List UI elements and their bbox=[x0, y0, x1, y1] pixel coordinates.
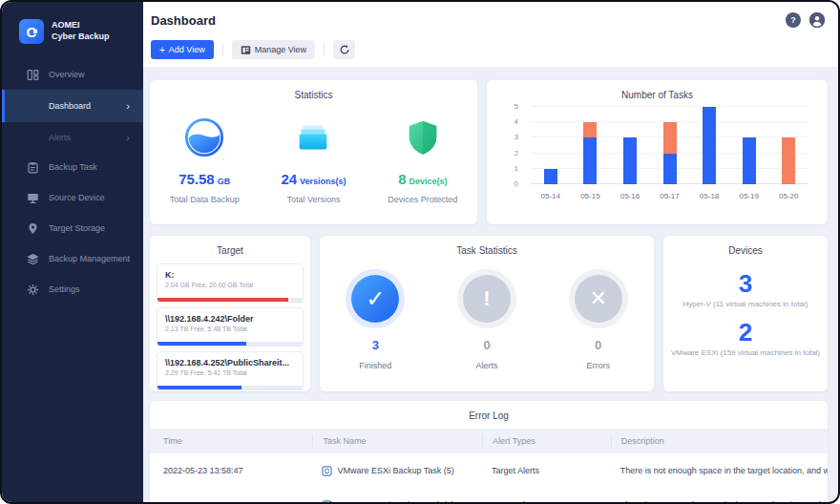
sidebar-item-settings[interactable]: Settings bbox=[2, 274, 143, 304]
divider bbox=[222, 43, 223, 56]
sidebar-item-source-device[interactable]: Source Device bbox=[2, 182, 143, 213]
chevron-right-icon: › bbox=[126, 132, 130, 143]
target-detail: 2.13 TB Free, 5.48 TB Total bbox=[158, 324, 303, 332]
target-progress-fill bbox=[158, 298, 288, 302]
check-icon: ✓ bbox=[351, 275, 399, 323]
sidebar: C AOMEI Cyber Backup Overview Dashboard … bbox=[2, 2, 143, 502]
taskstat-finished: ✓ 3 Finished bbox=[320, 275, 431, 370]
sidebar-item-backup-task[interactable]: Backup Task bbox=[2, 152, 143, 182]
tasks-chart-xlabels: 05-1405-1505-1605-1705-1805-1905-20 bbox=[531, 192, 808, 203]
add-view-button[interactable]: + Add View bbox=[151, 40, 214, 59]
taskstat-label: Finished bbox=[359, 361, 391, 370]
stat-total-data: 75.58GB Total Data Backup bbox=[150, 117, 259, 204]
task-name-text: VMware ESXi Backup Task (5) bbox=[337, 466, 453, 475]
toolbar: + Add View Manage View bbox=[151, 40, 355, 59]
sidebar-item-target-storage[interactable]: Target Storage bbox=[2, 213, 143, 243]
cell-time: 2022-05-20 13:56:01 bbox=[150, 500, 312, 504]
tasks-chart-yaxis: 012345 bbox=[487, 107, 525, 184]
vm-task-icon bbox=[322, 500, 332, 504]
stat-devices-protected: 8Device(s) Devices Protected bbox=[368, 117, 477, 204]
brand-line2: Cyber Backup bbox=[52, 32, 110, 43]
error-log-header: Time Task Name Alert Types Description bbox=[150, 429, 828, 453]
taskstat-errors: ✕ 0 Errors bbox=[542, 275, 654, 370]
cell-description: There is not enough space in the target … bbox=[611, 466, 828, 475]
target-item[interactable]: \\192.168.4.242\Folder 2.13 TB Free, 5.4… bbox=[157, 307, 304, 346]
stat-label: Total Data Backup bbox=[170, 195, 240, 204]
device-label: VMware ESXi (159 virtual machines in tot… bbox=[663, 348, 828, 357]
sidebar-item-overview[interactable]: Overview bbox=[2, 59, 143, 90]
divider bbox=[324, 43, 325, 56]
monitor-icon bbox=[26, 191, 39, 204]
user-profile-icon[interactable] bbox=[809, 12, 825, 28]
refresh-icon bbox=[339, 44, 350, 55]
stat-label: Total Versions bbox=[286, 195, 340, 204]
card-title: Error Log bbox=[150, 401, 828, 421]
sidebar-menu: Overview Dashboard › Alerts › Backup Tas… bbox=[2, 59, 143, 304]
devices-card: Devices 3 Hyper-V (11 virtual machines i… bbox=[663, 236, 828, 391]
task-name-text: VMware ESXi Backup Task (5) bbox=[337, 500, 453, 504]
sidebar-item-label: Source Device bbox=[49, 193, 105, 202]
taskstat-value: 3 bbox=[372, 338, 379, 352]
tasks-chart-bars bbox=[531, 107, 808, 184]
target-progress-track bbox=[158, 342, 303, 346]
device-hyperv: 3 Hyper-V (11 virtual machines in total) bbox=[663, 269, 828, 308]
target-progress-track bbox=[158, 386, 303, 389]
sidebar-item-alerts[interactable]: Alerts › bbox=[2, 122, 143, 152]
device-count: 2 bbox=[663, 318, 828, 347]
device-count: 3 bbox=[663, 269, 828, 299]
cell-time: 2022-05-23 13:58:47 bbox=[150, 466, 312, 475]
sidebar-item-label: Backup Task bbox=[49, 162, 97, 172]
target-progress-fill bbox=[158, 386, 242, 389]
sidebar-item-label: Alerts bbox=[49, 133, 71, 142]
card-title: Statistics bbox=[150, 80, 477, 100]
manage-view-button[interactable]: Manage View bbox=[232, 40, 315, 59]
brand: C AOMEI Cyber Backup bbox=[2, 2, 143, 46]
sidebar-item-backup-management[interactable]: Backup Management bbox=[2, 243, 143, 274]
chart-title: Number of Tasks bbox=[487, 80, 828, 100]
cell-task-name: VMware ESXi Backup Task (5) bbox=[312, 500, 482, 504]
task-statistics-card: Task Statistics ✓ 3 Finished ! 0 Alerts … bbox=[320, 236, 654, 391]
cell-description: There is not enough space in the target … bbox=[611, 500, 828, 504]
target-name: \\192.168.4.242\Folder bbox=[158, 308, 303, 324]
tasks-chart-plot bbox=[531, 107, 808, 184]
target-name: K: bbox=[158, 264, 303, 280]
bar-05-19 bbox=[729, 107, 769, 184]
card-title: Task Statistics bbox=[320, 236, 654, 256]
sidebar-item-label: Backup Management bbox=[49, 254, 130, 263]
dashboard-content: Statistics 75.58GB Total Data Backup bbox=[143, 67, 838, 502]
vm-task-icon bbox=[322, 466, 332, 476]
target-detail: 2.04 GB Free, 20.00 GB Total bbox=[158, 280, 303, 288]
add-view-label: Add View bbox=[169, 45, 205, 54]
chevron-right-icon: › bbox=[126, 100, 130, 112]
target-name: \\192.168.4.252\PublicShareit... bbox=[158, 352, 303, 368]
manage-view-label: Manage View bbox=[255, 45, 306, 54]
stat-total-versions: 24Versions(s) Total Versions bbox=[259, 117, 368, 204]
target-progress-fill bbox=[158, 342, 246, 346]
brand-name: AOMEI Cyber Backup bbox=[52, 20, 110, 42]
column-header-description: Description bbox=[611, 434, 828, 448]
card-title: Target bbox=[150, 236, 310, 256]
taskstat-value: 0 bbox=[595, 338, 601, 352]
target-item[interactable]: \\192.168.4.252\PublicShareit... 2.29 TB… bbox=[157, 351, 304, 390]
column-header-time: Time bbox=[150, 436, 312, 446]
cell-alert-type: Target Alerts bbox=[482, 500, 611, 504]
page-title: Dashboard bbox=[151, 13, 216, 28]
target-card: Target K: 2.04 GB Free, 20.00 GB Total \… bbox=[150, 236, 310, 391]
location-pin-icon bbox=[26, 221, 39, 235]
water-ball-icon bbox=[184, 117, 224, 158]
sidebar-item-dashboard[interactable]: Dashboard › bbox=[2, 90, 143, 122]
help-icon[interactable]: ? bbox=[786, 12, 801, 28]
target-progress-track bbox=[158, 298, 303, 302]
bar-05-16 bbox=[610, 107, 650, 184]
target-detail: 2.29 TB Free, 5.41 TB Total bbox=[158, 368, 303, 376]
aomei-logo-icon: C bbox=[19, 19, 44, 44]
overview-icon bbox=[26, 68, 39, 81]
manage-view-icon bbox=[241, 45, 251, 55]
target-item[interactable]: K: 2.04 GB Free, 20.00 GB Total bbox=[157, 263, 304, 303]
cell-task-name: VMware ESXi Backup Task (5) bbox=[312, 466, 482, 476]
gear-icon bbox=[26, 283, 39, 296]
statistics-card: Statistics 75.58GB Total Data Backup bbox=[150, 80, 477, 224]
refresh-button[interactable] bbox=[333, 40, 355, 59]
cross-icon: ✕ bbox=[575, 275, 622, 323]
header: Dashboard ? + Add View Manage View bbox=[143, 2, 838, 67]
